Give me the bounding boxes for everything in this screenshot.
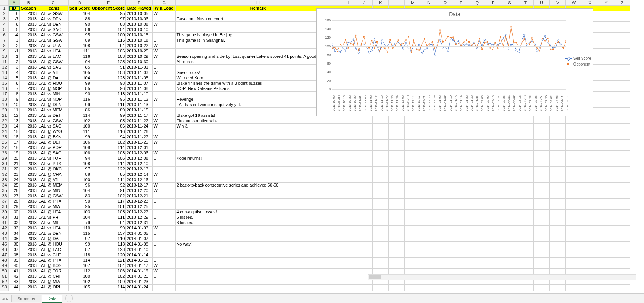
cell[interactable] (453, 236, 469, 242)
col-header-X[interactable]: X (582, 0, 598, 6)
row-header-15[interactable]: 15 (0, 81, 9, 86)
cell[interactable] (176, 247, 340, 252)
cell[interactable]: 35 (9, 236, 20, 242)
cell[interactable] (176, 285, 340, 290)
cell[interactable] (550, 242, 566, 247)
cell[interactable] (550, 269, 566, 274)
cell[interactable]: 92 (91, 183, 126, 188)
cell[interactable] (373, 242, 389, 247)
cell[interactable]: 99 (69, 242, 91, 247)
select-all-cell[interactable] (0, 0, 9, 6)
row-header-53[interactable]: 53 (0, 285, 9, 290)
cell[interactable] (421, 145, 437, 151)
cell[interactable]: 104 (69, 75, 91, 81)
cell[interactable] (550, 124, 566, 129)
cell[interactable] (598, 188, 614, 193)
cell[interactable]: 1 (9, 54, 20, 59)
cell[interactable]: W (153, 22, 176, 27)
cell[interactable] (518, 193, 534, 199)
cell[interactable] (356, 226, 373, 231)
cell[interactable]: -2 (9, 43, 20, 49)
cell[interactable] (356, 242, 373, 247)
cell[interactable]: LAL @ UTA (38, 210, 69, 215)
cell[interactable] (405, 124, 421, 129)
cell[interactable] (614, 118, 630, 124)
cell[interactable]: 9 (9, 97, 20, 102)
cell[interactable]: 5 (9, 75, 20, 81)
cell[interactable] (550, 263, 566, 269)
cell[interactable] (518, 210, 534, 215)
cell[interactable]: 2013 (20, 156, 38, 161)
cell[interactable]: 89 (69, 38, 91, 43)
row-header-39[interactable]: 39 (0, 210, 9, 215)
cell[interactable]: LAL vs CLE (38, 252, 69, 258)
cell[interactable] (373, 269, 389, 274)
cell[interactable] (614, 172, 630, 177)
cell[interactable] (176, 167, 340, 172)
row-header-42[interactable]: 42 (0, 226, 9, 231)
cell[interactable] (176, 231, 340, 236)
cell[interactable] (501, 167, 518, 172)
cell[interactable] (389, 215, 405, 220)
cell[interactable]: 41 (9, 269, 20, 274)
row-header-40[interactable]: 40 (0, 215, 9, 220)
cell[interactable]: 2013 (20, 242, 38, 247)
cell[interactable]: 28 (9, 199, 20, 204)
cell[interactable] (405, 193, 421, 199)
cell[interactable]: 102 (91, 274, 126, 279)
row-header-2[interactable]: 2 (0, 11, 9, 16)
cell[interactable]: LAL vs MIL (38, 220, 69, 226)
cell[interactable] (614, 215, 630, 220)
cell[interactable]: 97 (69, 167, 91, 172)
cell[interactable]: 2014-01-17 (126, 263, 153, 269)
row-header-43[interactable]: 43 (0, 231, 9, 236)
cell[interactable]: 2014-01-08 (126, 242, 153, 247)
cell[interactable]: 2013 (20, 285, 38, 290)
cell[interactable] (485, 140, 501, 145)
cell[interactable] (598, 236, 614, 242)
cell[interactable] (518, 269, 534, 274)
cell[interactable] (437, 118, 453, 124)
cell[interactable] (598, 22, 614, 27)
cell[interactable] (518, 167, 534, 172)
cell[interactable] (356, 183, 373, 188)
cell[interactable] (389, 118, 405, 124)
cell[interactable]: W (153, 11, 176, 16)
cell[interactable]: W (153, 70, 176, 75)
cell[interactable] (356, 161, 373, 167)
new-sheet-button[interactable]: + (65, 295, 73, 302)
cell[interactable] (340, 269, 356, 274)
cell[interactable] (501, 285, 518, 290)
header-cell[interactable]: Remark (176, 6, 340, 11)
cell[interactable] (437, 242, 453, 247)
cell[interactable] (453, 151, 469, 156)
cell[interactable] (356, 247, 373, 252)
cell[interactable] (550, 167, 566, 172)
cell[interactable] (437, 220, 453, 226)
cell[interactable] (534, 220, 550, 226)
cell[interactable]: LAL vs DET (38, 113, 69, 118)
cell[interactable] (534, 129, 550, 134)
cell[interactable] (485, 242, 501, 247)
cell[interactable] (534, 167, 550, 172)
cell[interactable] (534, 263, 550, 269)
cell[interactable] (518, 156, 534, 161)
cell[interactable] (614, 269, 630, 274)
cell[interactable] (176, 252, 340, 258)
cell[interactable] (405, 263, 421, 269)
row-header-48[interactable]: 48 (0, 258, 9, 263)
cell[interactable]: LAL vs MIN (38, 92, 69, 97)
cell[interactable] (469, 134, 485, 140)
cell[interactable]: LAL vs GSW (38, 33, 69, 38)
cell[interactable] (389, 177, 405, 183)
cell[interactable]: L (153, 167, 176, 172)
cell[interactable] (356, 172, 373, 177)
cell[interactable] (356, 252, 373, 258)
cell[interactable] (598, 210, 614, 215)
cell[interactable]: 2013 (20, 75, 38, 81)
cell[interactable] (356, 124, 373, 129)
cell[interactable] (582, 204, 598, 210)
row-header-12[interactable]: 12 (0, 65, 9, 70)
cell[interactable]: 2013 (20, 97, 38, 102)
cell[interactable]: 99 (69, 81, 91, 86)
